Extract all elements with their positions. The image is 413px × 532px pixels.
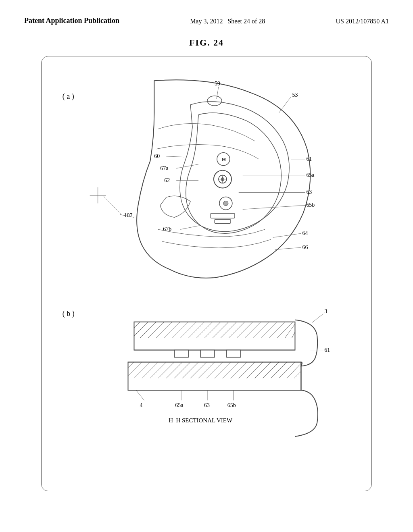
label-64: 64 xyxy=(302,231,308,237)
label-67a: 67a xyxy=(160,165,168,171)
curve-line-2 xyxy=(156,145,259,159)
publication-title: Patent Application Publication xyxy=(24,16,119,25)
hatch-b-12 xyxy=(206,362,223,378)
hatch-b-18 xyxy=(255,362,271,378)
hatch-11 xyxy=(204,322,221,338)
hatch-b-4 xyxy=(142,362,158,378)
hatch-17 xyxy=(253,322,269,338)
ref-line-107 xyxy=(104,197,122,216)
figure-title: FIG. 24 xyxy=(24,37,389,48)
ref-line-64 xyxy=(273,234,301,238)
publication-date: May 3, 2012 Sheet 24 of 28 xyxy=(190,16,265,25)
hatch-b-14 xyxy=(223,362,239,378)
hatch-21 xyxy=(285,324,295,338)
label-59: 59 xyxy=(215,81,220,87)
label-60: 60 xyxy=(154,153,160,159)
hatch-6 xyxy=(164,322,180,338)
label-66: 66 xyxy=(302,245,308,251)
hatch-b-21 xyxy=(279,362,295,378)
hatch-16 xyxy=(245,322,261,338)
hatch-2 xyxy=(134,322,148,336)
page-header: Patent Application Publication May 3, 20… xyxy=(24,16,389,25)
hatch-b-6 xyxy=(158,362,174,378)
hatch-13 xyxy=(221,322,237,338)
label-65b: 65b xyxy=(306,202,315,208)
ref-line-4 xyxy=(136,391,144,401)
curve-line-1 xyxy=(158,124,254,141)
hatch-b-19 xyxy=(263,362,279,378)
hatch-5 xyxy=(156,322,172,338)
label-3: 3 xyxy=(324,308,327,314)
right-curve xyxy=(295,320,318,436)
hatch-b-2 xyxy=(128,362,142,376)
hatch-10 xyxy=(196,322,213,338)
hatch-b-5 xyxy=(150,362,166,378)
ridge-1 xyxy=(211,214,235,218)
circle-59 xyxy=(207,96,222,106)
hatch-1 xyxy=(134,322,140,328)
label-65b-b: 65b xyxy=(227,403,236,409)
curve-line-4 xyxy=(162,240,271,248)
hatch-b-9 xyxy=(182,362,198,378)
hatch-3 xyxy=(140,322,156,338)
hatch-b-13 xyxy=(215,362,231,378)
hatch-b-23 xyxy=(294,372,301,378)
patent-drawing: ( a ) 107 H xyxy=(42,56,371,491)
hatch-b-10 xyxy=(190,362,206,378)
label-4: 4 xyxy=(140,403,142,409)
ref-line-60 xyxy=(166,156,184,157)
page: Patent Application Publication May 3, 20… xyxy=(0,0,413,532)
ridge-2 xyxy=(215,220,231,224)
hatch-15 xyxy=(237,322,253,338)
hatch-b-16 xyxy=(239,362,255,378)
ref-line-67a xyxy=(176,164,198,168)
hatch-4 xyxy=(148,322,164,338)
label-H: H xyxy=(222,156,226,162)
inner-shape-1 xyxy=(180,102,289,232)
hatch-8 xyxy=(180,322,196,338)
hatch-b-1 xyxy=(128,362,134,368)
curve-line-3 xyxy=(158,230,265,237)
slot-right xyxy=(227,350,241,357)
hatch-b-8 xyxy=(174,362,190,378)
slot-left xyxy=(174,350,188,357)
drawing-container: ( a ) 107 H xyxy=(41,56,372,491)
label-a: ( a ) xyxy=(63,92,74,101)
label-67b: 67b xyxy=(163,227,171,233)
label-65a-b: 65a xyxy=(175,403,183,409)
hatch-14 xyxy=(229,322,245,338)
hatch-b-3 xyxy=(134,362,150,378)
ref-line-3 xyxy=(312,314,323,323)
label-62: 62 xyxy=(164,177,170,183)
label-53: 53 xyxy=(292,92,298,98)
hatch-7 xyxy=(172,322,188,338)
label-65a: 65a xyxy=(306,172,314,178)
label-b: ( b ) xyxy=(63,310,75,318)
patent-number: US 2012/107850 A1 xyxy=(336,16,389,25)
label-61b: 61 xyxy=(324,347,330,353)
label-63a: 63 xyxy=(306,189,312,195)
label-63b: 63 xyxy=(204,403,210,409)
hatch-b-17 xyxy=(247,362,263,378)
ref-line-67b xyxy=(180,226,200,230)
hatch-9 xyxy=(188,322,204,338)
hatch-19 xyxy=(269,322,285,338)
side-lobe xyxy=(160,196,190,218)
ref-line-59 xyxy=(217,87,219,99)
slot-center xyxy=(200,350,215,357)
hatch-18 xyxy=(261,322,277,338)
hatch-b-7 xyxy=(166,362,182,378)
hatch-12 xyxy=(213,322,229,338)
hatch-22 xyxy=(292,332,295,338)
hatch-b-11 xyxy=(198,362,215,378)
label-61a: 61 xyxy=(306,156,312,162)
lower-bolt-inner xyxy=(223,201,228,206)
ref-line-53 xyxy=(279,97,291,113)
hatch-b-22 xyxy=(287,364,301,378)
sectional-label: H–H SECTIONAL VIEW xyxy=(169,417,233,424)
hatch-b-15 xyxy=(231,362,247,378)
hatch-b-20 xyxy=(271,362,287,378)
